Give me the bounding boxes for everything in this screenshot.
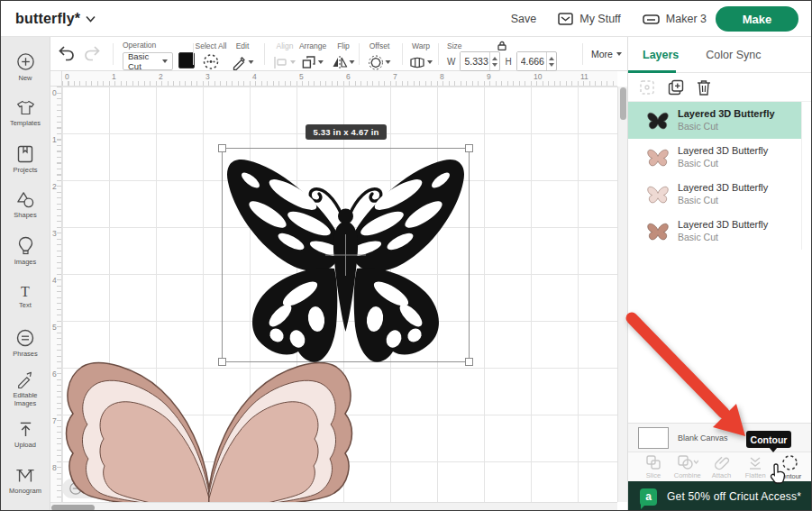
- horizontal-scrollbar[interactable]: [50, 502, 617, 511]
- tab-layers[interactable]: Layers: [643, 49, 679, 61]
- my-stuff-button[interactable]: My Stuff: [558, 13, 621, 25]
- layer-row[interactable]: Layered 3D ButterflyBasic Cut: [628, 102, 802, 139]
- balloon-icon: [18, 236, 33, 255]
- flatten-button[interactable]: Flatten: [739, 454, 771, 481]
- sidebar-item-label: Shapes: [14, 211, 36, 219]
- redo-icon: [83, 45, 101, 61]
- ruler-number: 7: [393, 72, 397, 81]
- operation-label: Operation: [123, 41, 195, 50]
- grid-line: [484, 87, 485, 511]
- size-label: Size: [447, 41, 462, 50]
- ruler-number: 6: [346, 72, 351, 81]
- promo-banner[interactable]: a Get 50% off Cricut Access*: [628, 481, 812, 511]
- vertical-scrollbar[interactable]: [617, 87, 627, 502]
- chevron-down-icon: [318, 60, 324, 64]
- tshirt-icon: [16, 99, 35, 116]
- more-button[interactable]: More: [591, 49, 622, 59]
- ruler-number: 3: [52, 229, 57, 238]
- sidebar-item-monogram[interactable]: Monogram: [1, 458, 50, 504]
- sidebar-item-editable-images[interactable]: Editable Images: [1, 366, 50, 412]
- ruler-number: 5: [52, 323, 57, 332]
- undo-icon: [58, 45, 76, 61]
- save-button[interactable]: Save: [511, 13, 537, 25]
- select-all-icon: [203, 53, 220, 70]
- black-butterfly-image[interactable]: [222, 148, 470, 362]
- attach-button[interactable]: Attach: [706, 454, 738, 481]
- operation-dropdown[interactable]: Basic Cut: [123, 52, 173, 70]
- sidebar-item-shapes[interactable]: Shapes: [1, 182, 50, 228]
- select-all-button[interactable]: Select All: [196, 41, 227, 70]
- sidebar-item-text[interactable]: T Text: [1, 274, 50, 320]
- layer-row[interactable]: Layered 3D ButterflyBasic Cut: [628, 139, 802, 176]
- align-button[interactable]: Align: [274, 41, 296, 71]
- offset-button[interactable]: Offset: [369, 41, 391, 71]
- sidebar-item-templates[interactable]: Templates: [1, 90, 50, 136]
- height-input[interactable]: [517, 52, 546, 70]
- group-icon[interactable]: [639, 79, 655, 96]
- ruler-number: 2: [52, 182, 57, 191]
- contour-label: Contour: [778, 472, 802, 480]
- height-stepper[interactable]: [546, 52, 556, 70]
- edit-button[interactable]: Edit: [232, 41, 254, 71]
- scrollbar-thumb[interactable]: [620, 87, 626, 120]
- slice-button[interactable]: Slice: [637, 454, 670, 481]
- edit-toolbar: Operation Basic Cut Select All Edit Al: [50, 37, 627, 71]
- layer-thumbnail-butterfly-icon: [646, 183, 670, 206]
- blank-canvas-label: Blank Canvas: [678, 433, 728, 443]
- contour-button[interactable]: Contour: [773, 454, 806, 481]
- my-stuff-label: My Stuff: [579, 13, 621, 25]
- width-stepper[interactable]: [489, 52, 499, 70]
- warp-label: Warp: [412, 41, 430, 50]
- layer-subtitle: Basic Cut: [678, 232, 768, 243]
- attach-icon: [714, 454, 730, 470]
- sidebar-item-label: Editable Images: [7, 391, 43, 407]
- ruler-corner: [50, 71, 62, 87]
- project-board-icon: [17, 145, 33, 163]
- chevron-down-icon: [386, 60, 391, 64]
- lock-icon[interactable]: [497, 41, 507, 50]
- arrange-label: Arrange: [299, 41, 326, 50]
- layer-title: Layered 3D Butterfly: [678, 219, 768, 232]
- project-title-menu[interactable]: butterfly*: [15, 11, 96, 27]
- trash-icon[interactable]: [697, 79, 711, 96]
- arrange-button[interactable]: Arrange: [299, 41, 326, 71]
- slice-icon: [645, 454, 661, 470]
- layer-row[interactable]: Layered 3D ButterflyBasic Cut: [628, 213, 802, 250]
- width-input[interactable]: [461, 52, 489, 70]
- select-all-label: Select All: [196, 41, 227, 50]
- warp-button[interactable]: Warp: [409, 41, 433, 71]
- align-icon: [274, 56, 288, 69]
- redo-button[interactable]: [83, 45, 101, 61]
- make-button[interactable]: Make: [716, 6, 798, 32]
- scrollbar-thumb[interactable]: [51, 505, 95, 511]
- flip-button[interactable]: Flip: [333, 41, 355, 71]
- panel-tabs: Layers Color Sync: [628, 37, 812, 73]
- height-label: H: [505, 57, 511, 67]
- list-scrollbar-gutter[interactable]: [801, 102, 812, 250]
- design-canvas[interactable]: 01234567891011 0123456789 100%: [50, 71, 627, 511]
- undo-button[interactable]: [58, 45, 76, 61]
- combine-button[interactable]: Combine: [671, 454, 704, 481]
- sidebar-item-images[interactable]: Images: [1, 228, 50, 274]
- top-header: butterfly* Save My Stuff Maker 3 Make: [1, 1, 811, 37]
- layer-row[interactable]: Layered 3D ButterflyBasic Cut: [628, 176, 802, 213]
- sidebar-item-phrases[interactable]: Phrases: [1, 320, 50, 366]
- app-window: butterfly* Save My Stuff Maker 3 Make Op…: [0, 0, 812, 511]
- layer-actions: [628, 73, 812, 102]
- save-label: Save: [511, 13, 537, 25]
- pink-layered-butterfly-image[interactable]: [53, 351, 365, 502]
- sidebar-item-projects[interactable]: Projects: [1, 136, 50, 182]
- canvas-color-swatch[interactable]: [638, 427, 669, 449]
- sidebar-item-upload[interactable]: Upload: [1, 412, 50, 458]
- sidebar-item-label: Images: [14, 258, 37, 266]
- combine-icon: [677, 454, 698, 470]
- machine-select[interactable]: Maker 3: [643, 13, 707, 25]
- sidebar-item-new[interactable]: New: [1, 44, 50, 90]
- shapes-icon: [16, 191, 35, 208]
- grid-line: [62, 87, 617, 87]
- layer-thumbnail-butterfly-icon: [646, 109, 670, 132]
- size-group: Size W H: [447, 41, 557, 71]
- tab-color-sync[interactable]: Color Sync: [706, 49, 761, 61]
- duplicate-icon[interactable]: [668, 79, 684, 96]
- ruler-number: 10: [534, 72, 542, 81]
